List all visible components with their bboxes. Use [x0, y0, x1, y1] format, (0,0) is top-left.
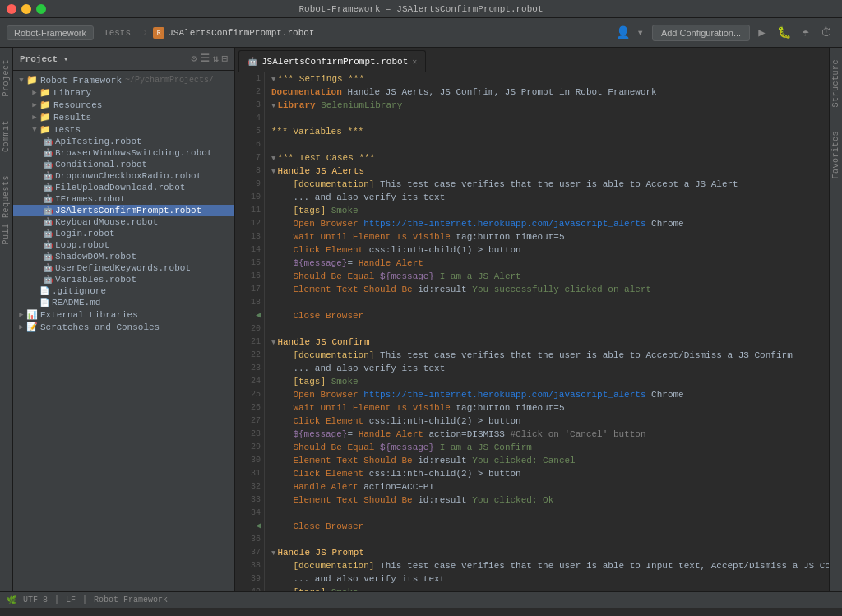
project-panel: Project ▾ ⚙ ☰ ⇅ ⊟ ▼ 📁 Robot-Framework ~/…	[13, 48, 235, 591]
code-line-10: ... and also verify its text	[271, 191, 829, 204]
code-line-25: Open Browser https://the-internet.heroku…	[271, 388, 829, 401]
settings-icon[interactable]: ⚙	[191, 53, 197, 65]
minimize-button[interactable]	[21, 4, 31, 14]
user-icon[interactable]: 👤 ▾	[613, 24, 647, 41]
code-line-6	[271, 138, 829, 151]
toolbar-tab-file[interactable]: R JSAlertsConfirmPrompt.robot	[153, 27, 314, 39]
code-line-7: ▼*** Test Cases ***	[271, 151, 829, 164]
code-line-1: ▼*** Settings ***	[271, 72, 829, 86]
robot-icon: R	[153, 27, 164, 39]
line-numbers: 1 2 3 4 5 6 7 8 9 10 11 12 13 14 15 16 1…	[235, 72, 265, 591]
code-line-12: Open Browser https://the-internet.heroku…	[271, 217, 829, 230]
tree-keyboardmouse[interactable]: 🤖 KeyboardMouse.robot	[13, 216, 234, 228]
tree-iframes[interactable]: 🤖 IFrames.robot	[13, 193, 234, 205]
left-tabs: Project Commit Pull Requests	[0, 48, 13, 591]
code-line-24: [tags] Smoke	[271, 375, 829, 388]
code-line-9: [documentation] This test case verifies …	[271, 178, 829, 191]
profile-icon[interactable]: ⏱	[817, 25, 835, 41]
code-line-40: [tags] Smoke	[271, 586, 829, 591]
tree-fileupload[interactable]: 🤖 FileUploadDownload.robot	[13, 182, 234, 193]
pull-requests-tab[interactable]: Pull Requests	[0, 172, 12, 248]
code-line-14: Click Element css:li:nth-child(1) > butt…	[271, 243, 829, 257]
tree-apitesting[interactable]: 🤖 ApiTesting.robot	[13, 136, 234, 147]
tree-login[interactable]: 🤖 Login.robot	[13, 228, 234, 239]
code-line-3: ▼Library SeleniumLibrary	[271, 99, 829, 112]
tree-scratches[interactable]: ▶ 📝 Scratches and Consoles	[13, 321, 234, 333]
structure-tab[interactable]: Structure	[830, 56, 842, 111]
collapse-icon[interactable]: ⊟	[222, 53, 228, 65]
tree-userdefined[interactable]: 🤖 UserDefinedKeywords.robot	[13, 262, 234, 274]
code-line-30: Element Text Should Be id:result You cli…	[271, 454, 829, 467]
bottom-bar: 🌿 UTF-8 | LF | Robot Framework	[0, 591, 842, 608]
code-line-21: ▼Handle JS Confirm	[271, 336, 829, 349]
sort-icon[interactable]: ⇅	[213, 53, 219, 65]
tree-conditional[interactable]: 🤖 Conditional.robot	[13, 159, 234, 170]
code-line-15: ${message}= Handle Alert	[271, 257, 829, 270]
code-line-37: ▼Handle JS Prompt	[271, 546, 829, 559]
editor-area: 🤖 JSAlertsConfirmPrompt.robot ✕ 1 2 3 4 …	[235, 48, 829, 591]
status-line-sep: |	[54, 595, 59, 604]
coverage-icon[interactable]: ☂	[799, 24, 812, 41]
editor-tabs: 🤖 JSAlertsConfirmPrompt.robot ✕	[235, 48, 829, 72]
tree-jsalerts[interactable]: 🤖 JSAlertsConfirmPrompt.robot	[13, 205, 234, 216]
tree-library[interactable]: ▶ 📁 Library	[13, 86, 234, 99]
tree-loop[interactable]: 🤖 Loop.robot	[13, 239, 234, 251]
run-icon[interactable]: ▶	[755, 24, 768, 41]
tree-root[interactable]: ▼ 📁 Robot-Framework ~/PycharmProjects/	[13, 74, 234, 86]
status-encoding: UTF-8	[23, 595, 48, 604]
project-button[interactable]: Robot-Framework	[7, 25, 94, 40]
code-line-5: *** Variables ***	[271, 125, 829, 138]
list-icon[interactable]: ☰	[201, 53, 210, 65]
code-line-33: Element Text Should Be id:result You cli…	[271, 493, 829, 507]
code-line-35: Close Browser	[271, 520, 829, 533]
code-line-34	[271, 507, 829, 520]
title-bar: Robot-Framework – JSAlertsConfirmPrompt.…	[0, 0, 842, 18]
tree-gitignore[interactable]: 📄 .gitignore	[13, 285, 234, 297]
code-line-32: Handle Alert action=ACCEPT	[271, 480, 829, 493]
toolbar-right: 👤 ▾ Add Configuration... ▶ 🐛 ☂ ⏱	[613, 24, 835, 41]
project-tab[interactable]: Project	[0, 56, 12, 100]
commit-tab[interactable]: Commit	[0, 117, 12, 155]
code-line-36	[271, 533, 829, 546]
toolbar-tab-tests[interactable]: Tests	[97, 25, 137, 41]
code-line-8: ▼Handle JS Alerts	[271, 164, 829, 178]
tree-variables[interactable]: 🤖 Variables.robot	[13, 274, 234, 285]
code-line-17: Element Text Should Be id:result You suc…	[271, 283, 829, 296]
code-line-19: Close Browser	[271, 309, 829, 322]
window-controls[interactable]	[7, 4, 46, 14]
tree-tests[interactable]: ▼ 📁 Tests	[13, 123, 234, 136]
tree-dropdowncheckbox[interactable]: 🤖 DropdownCheckboxRadio.robot	[13, 170, 234, 182]
tree-readme[interactable]: 📄 README.md	[13, 297, 234, 308]
code-line-28: ${message}= Handle Alert action=DISMISS …	[271, 428, 829, 441]
code-line-16: Should Be Equal ${message} I am a JS Ale…	[271, 270, 829, 283]
code-line-23: ... and also verify its text	[271, 362, 829, 375]
tab-close-icon[interactable]: ✕	[412, 57, 417, 67]
code-line-26: Wait Until Element Is Visible tag:button…	[271, 401, 829, 415]
code-line-20	[271, 322, 829, 336]
tree-extlibs[interactable]: ▶ 📊 External Libraries	[13, 308, 234, 321]
editor-content[interactable]: 1 2 3 4 5 6 7 8 9 10 11 12 13 14 15 16 1…	[235, 72, 829, 591]
maximize-button[interactable]	[36, 4, 46, 14]
tree-shadowdom[interactable]: 🤖 ShadowDOM.robot	[13, 251, 234, 262]
code-line-38: [documentation] This test case verifies …	[271, 559, 829, 572]
tree-results[interactable]: ▶ 📁 Results	[13, 111, 234, 123]
project-label: Project ▾	[20, 53, 68, 64]
code-lines: ▼*** Settings *** Documentation Handle J…	[265, 72, 829, 591]
toolbar: Robot-Framework Tests › R JSAlertsConfir…	[0, 18, 842, 48]
git-branch-icon: 🌿	[7, 595, 16, 605]
window-title: Robot-Framework – JSAlertsConfirmPrompt.…	[298, 4, 543, 14]
add-config-button[interactable]: Add Configuration...	[652, 25, 750, 41]
tree-browserwindows[interactable]: 🤖 BrowserWindowsSwitching.robot	[13, 147, 234, 159]
debug-icon[interactable]: 🐛	[774, 24, 794, 41]
close-button[interactable]	[7, 4, 16, 14]
code-line-31: Click Element css:li:nth-child(2) > butt…	[271, 467, 829, 480]
favorites-tab[interactable]: Favorites	[830, 127, 842, 183]
code-line-4	[271, 112, 829, 125]
main-layout: Project Commit Pull Requests Project ▾ ⚙…	[0, 48, 842, 591]
code-line-39: ... and also verify its text	[271, 572, 829, 586]
code-line-13: Wait Until Element Is Visible tag:button…	[271, 230, 829, 243]
editor-tab-active[interactable]: 🤖 JSAlertsConfirmPrompt.robot ✕	[238, 50, 426, 72]
code-line-2: Documentation Handle JS Aerts, JS Confri…	[271, 86, 829, 99]
file-tree: ▼ 📁 Robot-Framework ~/PycharmProjects/ ▶…	[13, 71, 234, 591]
tree-resources[interactable]: ▶ 📁 Resources	[13, 99, 234, 111]
